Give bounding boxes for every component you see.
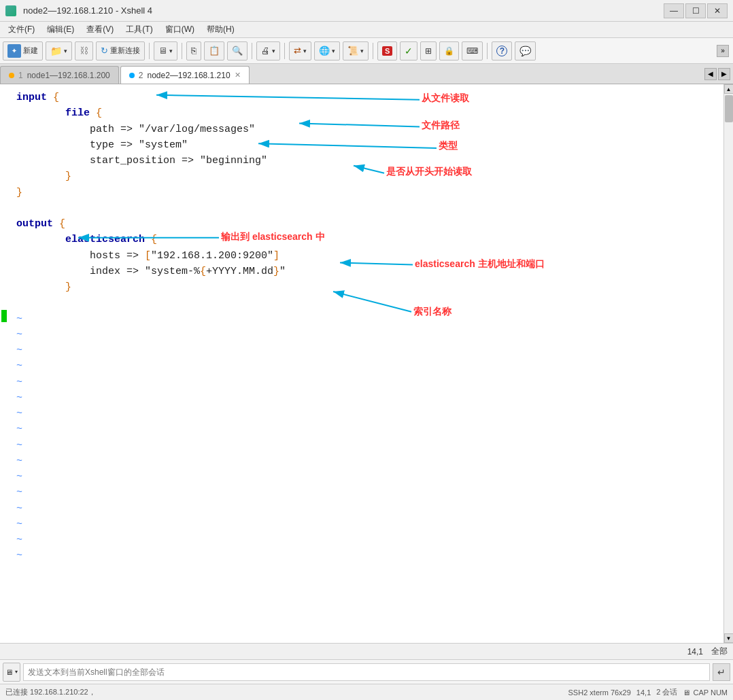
monitor-icon: 🖥 [158,46,167,56]
send-button[interactable]: ↵ [713,663,730,681]
s-red-icon: S [382,46,392,56]
tab-bar: 1 node1—192.168.1.200 2 node2—192.168.1.… [0,64,733,84]
folder-button[interactable]: 📁 ▾ [46,41,72,60]
title-bar: node2—192.168.1.210 - Xshell 4 — ☐ ✕ [0,0,733,22]
keyboard-icon: ⌨ [466,46,478,56]
maximize-button[interactable]: ☐ [685,3,706,18]
scroll-up-arrow[interactable]: ▲ [724,84,734,94]
chain-button[interactable]: ⛓ [75,41,93,60]
tilde-line: ~ [16,517,723,532]
icon-cap-num: 🖥 [683,688,690,697]
editor-line: hosts => ["192.168.1.200:9200"] [16,248,723,264]
folder-icon: 📁 [50,46,62,56]
send-to-icon-button[interactable]: 🖥 ▾ [3,663,20,682]
reconnect-button[interactable]: ↻ 重新连接 [96,41,145,60]
editor-line: file { [16,105,723,121]
window-title: node2—192.168.1.210 - Xshell 4 [23,5,152,16]
editor-line [16,200,723,216]
send-dropdown-icon: ▾ [15,669,18,675]
menu-tools[interactable]: 工具(T) [120,22,158,37]
transfer-icon: ⇄ [294,46,301,56]
tilde-line: ~ [16,453,723,469]
minimize-button[interactable]: — [664,3,684,18]
menu-edit[interactable]: 编辑(E) [41,22,80,37]
toolbar-scroll-right[interactable]: » [717,45,729,57]
zoom-button[interactable]: 🔍 [227,41,248,60]
tab-bar-arrows: ◀ ▶ [702,64,733,84]
chat-button[interactable]: 💬 [515,41,536,60]
print-arrow-icon: ▾ [272,48,275,54]
editor-line: input { [16,90,723,105]
menu-bar: 文件(F) 编辑(E) 查看(V) 工具(T) 窗口(W) 帮助(H) [0,22,733,38]
keyboard-button[interactable]: ⌨ [462,41,483,60]
grid-icon: ⊞ [425,46,432,56]
tab-node2[interactable]: 2 node2—192.168.1.210 ✕ [120,66,250,84]
close-button[interactable]: ✕ [707,3,728,18]
transfer-button[interactable]: ⇄ ▾ [289,41,311,60]
tilde-line: ~ [16,532,723,548]
cursor-indicator [1,310,7,322]
print-icon: 🖨 [261,46,270,56]
new-button[interactable]: ✦ 新建 [3,41,43,60]
connection-status: 已连接 192.168.1.210:22， [5,687,96,697]
monitor-button[interactable]: 🖥 ▾ [154,41,177,60]
tab1-dot [9,73,14,78]
scrollbar-vertical[interactable]: ▲ ▼ [723,84,733,643]
check-green-icon: ✓ [405,46,413,56]
tab2-close[interactable]: ✕ [235,71,241,80]
toolbar: ✦ 新建 📁 ▾ ⛓ ↻ 重新连接 🖥 ▾ ⎘ 📋 🔍 � [0,38,733,64]
editor-line: } [16,279,723,295]
print-button[interactable]: 🖨 ▾ [256,41,280,60]
menu-view[interactable]: 查看(V) [81,22,119,37]
app-icon [5,5,16,16]
tilde-line: ~ [16,311,723,327]
globe-arrow-icon: ▾ [332,48,335,54]
scroll-thumb[interactable] [725,95,733,122]
s-red-button[interactable]: S [377,41,397,60]
dropdown-arrow-icon: ▾ [64,48,67,54]
sep2 [182,43,182,59]
scroll-down-arrow[interactable]: ▼ [724,633,734,643]
editor-wrapper: input { file { path => "/var/log/message… [0,84,733,643]
tilde-line: ~ [16,390,723,406]
position-bar: 14,1 全部 [0,643,733,659]
editor-line: } [16,185,723,200]
grid-button[interactable]: ⊞ [420,41,437,60]
copy-button[interactable]: ⎘ [186,41,201,60]
script-icon: 📜 [347,46,358,56]
tilde-line: ~ [16,469,723,485]
tilde-line: ~ [16,374,723,390]
caps-num-label: CAP NUM [693,688,728,697]
tab-scroll-left[interactable]: ◀ [704,68,717,80]
menu-window[interactable]: 窗口(W) [160,22,200,37]
lock-button[interactable]: 🔒 [439,41,459,60]
check-green-button[interactable]: ✓ [400,41,417,60]
bottom-bar: 🖥 ▾ ↵ [0,659,733,684]
reconnect-icon: ↻ [101,46,108,56]
gutter [0,84,8,643]
lock-icon: 🔒 [444,46,454,56]
tilde-line: ~ [16,548,723,563]
globe-button[interactable]: 🌐 ▾ [314,41,340,60]
tab2-label: node2—192.168.1.210 [147,71,230,80]
tab1-number: 1 [18,71,23,80]
script-button[interactable]: 📜 ▾ [343,41,369,60]
tilde-line: ~ [16,485,723,500]
editor-content[interactable]: input { file { path => "/var/log/message… [8,84,723,643]
menu-help[interactable]: 帮助(H) [201,22,240,37]
monitor-small-icon: 🖥 [5,668,13,676]
sep5 [373,43,373,59]
app-window: node2—192.168.1.210 - Xshell 4 — ☐ ✕ 文件(… [0,0,733,700]
menu-file[interactable]: 文件(F) [3,22,40,37]
tab-node1[interactable]: 1 node1—192.168.1.200 [0,66,119,84]
tab2-number: 2 [139,71,143,80]
editor-line: type => "system" [16,137,723,153]
paste-button[interactable]: 📋 [204,41,224,60]
editor-line: elasticsearch { [16,232,723,247]
sep6 [487,43,488,59]
tab-scroll-right[interactable]: ▶ [718,68,730,80]
editor-line: start_position => "beginning" [16,153,723,169]
send-text-input[interactable] [23,663,710,681]
help-button[interactable]: ? [492,41,512,60]
globe-icon: 🌐 [319,46,330,56]
